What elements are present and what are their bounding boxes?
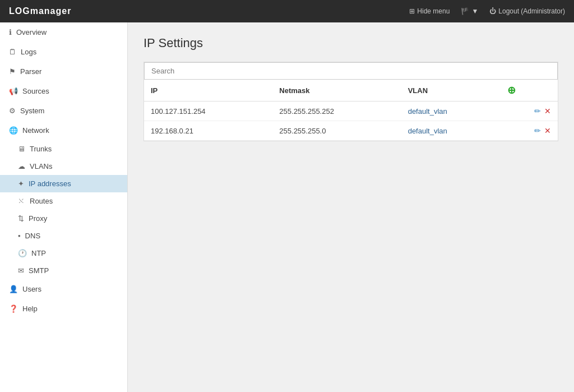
ip-table: IP Netmask VLAN ⊕ 100.127.151.254 255.25… [144, 80, 558, 141]
table-row: 192.168.0.21 255.255.255.0 default_vlan … [144, 121, 558, 141]
sidebar-item-help[interactable]: ❓ Help [0, 299, 127, 319]
brand: LOGmanager [9, 6, 71, 16]
vlan-link[interactable]: default_vlan [408, 107, 447, 116]
topbar-right: ⊞ Hide menu 🏴 ▼ ⏻ Logout (Administrator) [409, 7, 565, 15]
sidebar-label-network: Network [22, 126, 49, 135]
users-icon: 👤 [9, 285, 18, 293]
ip-table-wrapper: IP Netmask VLAN ⊕ 100.127.151.254 255.25… [144, 62, 558, 141]
sidebar-item-network[interactable]: 🌐 Network [0, 121, 127, 140]
sidebar-item-ip-addresses[interactable]: ✦ IP addresses [0, 175, 127, 192]
sidebar-item-proxy[interactable]: ⇅ Proxy [0, 210, 127, 227]
sidebar-item-trunks[interactable]: 🖥 Trunks [0, 140, 127, 158]
cell-vlan: default_vlan [401, 121, 501, 141]
topbar: LOGmanager ⊞ Hide menu 🏴 ▼ ⏻ Logout (Adm… [0, 0, 574, 22]
add-ip-button[interactable]: ⊕ [507, 85, 516, 96]
sidebar-label-parser: Parser [20, 67, 41, 76]
network-icon: 🌐 [9, 126, 18, 135]
col-header-actions: ⊕ [501, 80, 558, 102]
vlan-link[interactable]: default_vlan [408, 127, 447, 135]
sidebar-item-routes[interactable]: ⛌ Routes [0, 192, 127, 210]
sidebar: ℹ Overview 🗒 Logs ⚑ Parser 📢 Sources ⚙ S… [0, 22, 128, 392]
sidebar-label-smtp: SMTP [29, 266, 49, 275]
cell-actions: ✏ ✕ [501, 102, 558, 121]
layout: ℹ Overview 🗒 Logs ⚑ Parser 📢 Sources ⚙ S… [0, 22, 574, 392]
delete-icon[interactable]: ✕ [544, 107, 551, 116]
sidebar-item-dns[interactable]: ▪ DNS [0, 227, 127, 245]
sidebar-item-system[interactable]: ⚙ System [0, 101, 127, 121]
sidebar-label-proxy: Proxy [29, 214, 47, 223]
logout-button[interactable]: ⏻ Logout (Administrator) [489, 7, 565, 15]
sidebar-item-smtp[interactable]: ✉ SMTP [0, 262, 127, 279]
help-icon: ❓ [9, 305, 18, 313]
sidebar-item-parser[interactable]: ⚑ Parser [0, 62, 127, 81]
sidebar-item-users[interactable]: 👤 Users [0, 279, 127, 299]
info-icon: ℹ [9, 28, 12, 36]
search-input[interactable] [144, 62, 558, 80]
cell-netmask: 255.255.255.0 [272, 121, 401, 141]
sidebar-label-dns: DNS [25, 232, 40, 240]
sidebar-item-ntp[interactable]: 🕐 NTP [0, 245, 127, 262]
sidebar-item-sources[interactable]: 📢 Sources [0, 81, 127, 101]
delete-icon[interactable]: ✕ [544, 126, 551, 135]
page-title: IP Settings [144, 36, 558, 50]
ntp-icon: 🕐 [18, 249, 27, 257]
sidebar-label-users: Users [22, 285, 41, 293]
sidebar-label-system: System [20, 107, 44, 115]
smtp-icon: ✉ [18, 266, 24, 275]
cell-ip: 100.127.151.254 [144, 102, 272, 121]
sidebar-label-logs: Logs [21, 48, 36, 56]
main-content: IP Settings IP Netmask VLAN ⊕ 100.127.1 [128, 22, 574, 392]
sidebar-label-ntp: NTP [31, 249, 46, 257]
proxy-icon: ⇅ [18, 214, 24, 223]
sidebar-label-help: Help [22, 305, 38, 313]
hide-menu-button[interactable]: ⊞ Hide menu [409, 7, 450, 15]
cell-ip: 192.168.0.21 [144, 121, 272, 141]
edit-icon[interactable]: ✏ [534, 107, 541, 116]
power-icon: ⏻ [489, 7, 496, 15]
system-icon: ⚙ [9, 107, 16, 115]
cell-actions: ✏ ✕ [501, 121, 558, 141]
col-header-netmask: Netmask [272, 80, 401, 102]
vlans-icon: ☁ [18, 162, 25, 170]
parser-icon: ⚑ [9, 67, 16, 76]
trunks-icon: 🖥 [18, 145, 25, 153]
col-header-ip: IP [144, 80, 272, 102]
sidebar-label-overview: Overview [16, 28, 47, 36]
grid-icon: ⊞ [409, 7, 415, 15]
ip-addresses-icon: ✦ [18, 179, 24, 188]
sidebar-item-vlans[interactable]: ☁ VLANs [0, 158, 127, 175]
sidebar-label-routes: Routes [30, 197, 53, 205]
dns-icon: ▪ [18, 232, 21, 240]
sidebar-item-logs[interactable]: 🗒 Logs [0, 42, 127, 62]
sources-icon: 📢 [9, 87, 18, 95]
sidebar-label-ip-addresses: IP addresses [29, 179, 71, 188]
sidebar-label-sources: Sources [22, 87, 49, 95]
cell-vlan: default_vlan [401, 102, 501, 121]
sidebar-item-overview[interactable]: ℹ Overview [0, 22, 127, 42]
routes-icon: ⛌ [18, 197, 25, 205]
sidebar-label-trunks: Trunks [30, 145, 52, 153]
edit-icon[interactable]: ✏ [534, 126, 541, 135]
table-row: 100.127.151.254 255.255.255.252 default_… [144, 102, 558, 121]
flag-button[interactable]: 🏴 ▼ [461, 7, 478, 15]
logs-icon: 🗒 [9, 48, 16, 56]
cell-netmask: 255.255.255.252 [272, 102, 401, 121]
sidebar-label-vlans: VLANs [30, 162, 52, 170]
col-header-vlan: VLAN [401, 80, 501, 102]
flag-icon: 🏴 [461, 7, 469, 15]
